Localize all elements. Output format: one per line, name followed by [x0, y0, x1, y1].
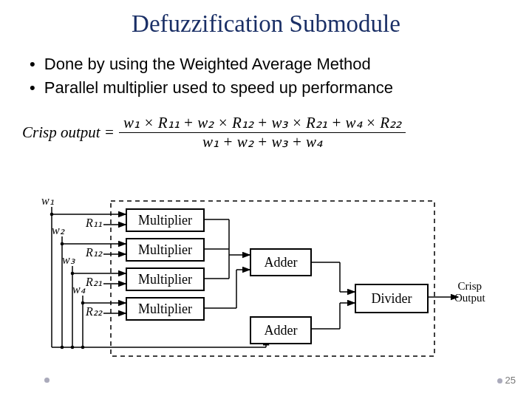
input-label-r11: R₁₁	[86, 216, 102, 230]
block-divider: Divider	[355, 284, 429, 313]
svg-point-16	[71, 346, 75, 349]
input-label-w2: w₂	[52, 223, 64, 237]
input-label-w1: w₁	[41, 194, 54, 208]
input-label-w3: w₃	[62, 253, 75, 267]
block-multiplier: Multiplier	[126, 267, 205, 291]
input-label-r21: R₂₁	[86, 275, 102, 289]
bullet-item: Done by using the Weighted Average Metho…	[30, 54, 502, 75]
output-label: CrispOutput	[454, 281, 485, 304]
formula-denominator: w₁ + w₂ + w₃ + w₄	[198, 133, 327, 151]
slide-title: Defuzzification Submodule	[0, 0, 532, 38]
svg-point-11	[50, 213, 54, 216]
formula: Crisp output = w₁ × R₁₁ + w₂ × R₁₂ + w₃ …	[22, 114, 510, 151]
input-label-r12: R₁₂	[86, 245, 102, 259]
block-multiplier: Multiplier	[126, 238, 205, 262]
block-diagram: w₁ R₁₁ w₂ R₁₂ w₃ R₂₁ w₄ R₂₂ Multiplier M…	[44, 200, 488, 362]
block-adder: Adder	[250, 248, 312, 276]
input-label-w4: w₄	[72, 282, 85, 296]
svg-point-14	[81, 301, 85, 305]
footer-dot-icon	[44, 378, 50, 383]
block-adder: Adder	[250, 316, 312, 344]
svg-point-13	[71, 272, 75, 276]
svg-point-12	[61, 242, 64, 246]
svg-point-15	[61, 346, 64, 349]
formula-numerator: w₁ × R₁₁ + w₂ × R₁₂ + w₃ × R₂₁ + w₄ × R₂…	[119, 114, 406, 133]
svg-point-17	[81, 346, 85, 349]
page-number: 25	[497, 375, 516, 386]
block-multiplier: Multiplier	[126, 297, 205, 321]
block-multiplier: Multiplier	[126, 208, 205, 232]
bullet-list: Done by using the Weighted Average Metho…	[30, 54, 502, 98]
formula-lhs: Crisp output =	[22, 123, 115, 142]
input-label-r22: R₂₂	[86, 304, 102, 318]
bullet-item: Parallel multiplier used to speed up per…	[30, 78, 502, 98]
